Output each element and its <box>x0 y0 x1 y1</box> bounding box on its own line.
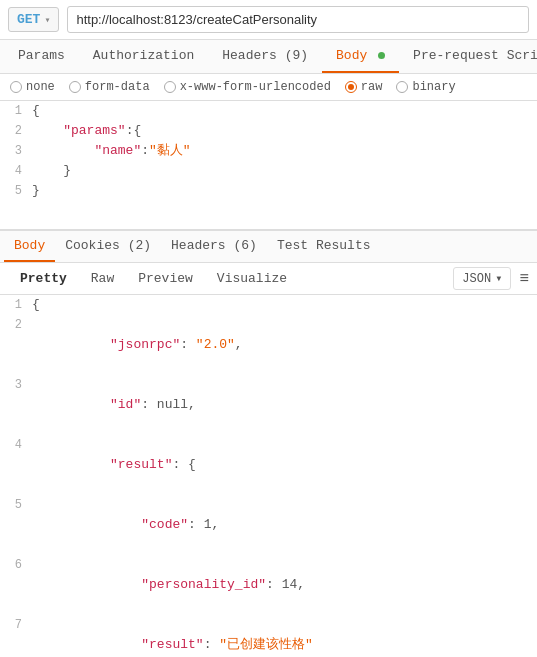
option-none[interactable]: none <box>10 80 55 94</box>
fmt-tab-visualize[interactable]: Visualize <box>205 267 299 290</box>
body-active-dot <box>378 52 385 59</box>
radio-raw <box>345 81 357 93</box>
method-label: GET <box>17 12 40 27</box>
resp-line-6: 6 "personality_id": 14, <box>0 555 537 615</box>
url-input[interactable] <box>67 6 529 33</box>
tab-pre-request[interactable]: Pre-request Script <box>399 40 537 73</box>
resp-tab-body[interactable]: Body <box>4 231 55 262</box>
resp-line-5: 5 "code": 1, <box>0 495 537 555</box>
fmt-tab-raw[interactable]: Raw <box>79 267 126 290</box>
option-raw[interactable]: raw <box>345 80 383 94</box>
option-form-data[interactable]: form-data <box>69 80 150 94</box>
resp-tab-headers[interactable]: Headers (6) <box>161 231 267 262</box>
response-body: 1 { 2 "jsonrpc": "2.0", 3 "id": null, 4 … <box>0 295 537 657</box>
option-binary[interactable]: binary <box>396 80 455 94</box>
option-urlencoded[interactable]: x-www-form-urlencoded <box>164 80 331 94</box>
req-line-3: 3 "name":"黏人" <box>0 141 537 161</box>
req-line-1: 1 { <box>0 101 537 121</box>
radio-none <box>10 81 22 93</box>
resp-tab-test-results[interactable]: Test Results <box>267 231 381 262</box>
req-line-5: 5 } <box>0 181 537 201</box>
fmt-tab-pretty[interactable]: Pretty <box>8 267 79 290</box>
label-none: none <box>26 80 55 94</box>
radio-form-data <box>69 81 81 93</box>
label-urlencoded: x-www-form-urlencoded <box>180 80 331 94</box>
response-tabs: Body Cookies (2) Headers (6) Test Result… <box>0 231 537 263</box>
resp-tab-cookies[interactable]: Cookies (2) <box>55 231 161 262</box>
tab-body[interactable]: Body <box>322 40 399 73</box>
resp-line-2: 2 "jsonrpc": "2.0", <box>0 315 537 375</box>
resp-line-3: 3 "id": null, <box>0 375 537 435</box>
json-format-select[interactable]: JSON ▾ <box>453 267 511 290</box>
radio-binary <box>396 81 408 93</box>
request-code-editor[interactable]: 1 { 2 "params":{ 3 "name":"黏人" 4 } 5 } <box>0 101 537 231</box>
resp-line-7: 7 "result": "已创建该性格" <box>0 615 537 657</box>
body-options: none form-data x-www-form-urlencoded raw… <box>0 74 537 101</box>
fmt-tab-preview[interactable]: Preview <box>126 267 205 290</box>
tab-authorization[interactable]: Authorization <box>79 40 208 73</box>
top-bar: GET ▾ <box>0 0 537 40</box>
label-binary: binary <box>412 80 455 94</box>
request-tabs: Params Authorization Headers (9) Body Pr… <box>0 40 537 74</box>
chevron-down-icon: ▾ <box>44 14 50 26</box>
req-line-2: 2 "params":{ <box>0 121 537 141</box>
label-form-data: form-data <box>85 80 150 94</box>
method-selector[interactable]: GET ▾ <box>8 7 59 32</box>
format-tabs: Pretty Raw Preview Visualize JSON ▾ ≡ <box>0 263 537 295</box>
wrap-icon[interactable]: ≡ <box>519 270 529 288</box>
req-line-4: 4 } <box>0 161 537 181</box>
label-raw: raw <box>361 80 383 94</box>
radio-urlencoded <box>164 81 176 93</box>
resp-line-1: 1 { <box>0 295 537 315</box>
tab-headers[interactable]: Headers (9) <box>208 40 322 73</box>
tab-params[interactable]: Params <box>4 40 79 73</box>
resp-line-4: 4 "result": { <box>0 435 537 495</box>
